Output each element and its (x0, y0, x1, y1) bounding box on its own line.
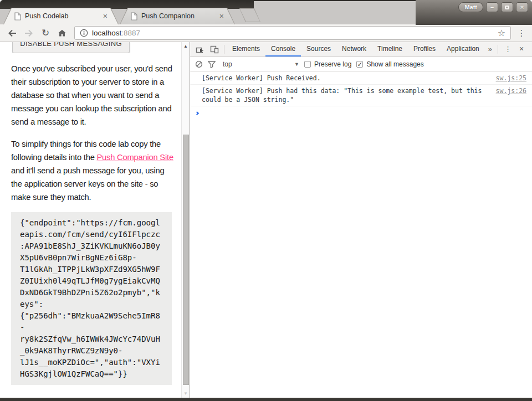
disable-push-messaging-button[interactable]: DISABLE PUSH MESSAGING (12, 42, 130, 53)
more-tabs-button[interactable]: » (485, 42, 495, 56)
address-bar[interactable]: localhost :8887 ☆ (74, 26, 511, 40)
devtools-menu-button[interactable]: ⋮ (500, 42, 515, 56)
maximize-button[interactable] (501, 2, 513, 12)
title-bar: Matt – × Push Codelab × (0, 0, 532, 24)
toolbar-separator (498, 45, 498, 54)
subscription-json-code-block: {"endpoint":"https://fcm.googl eapis.com… (11, 212, 172, 385)
preserve-log-label: Preserve log (314, 60, 351, 68)
tab-push-companion[interactable]: Push Companion × (120, 8, 235, 24)
console-message-row: [Service Worker] Push had this data: "Th… (190, 85, 532, 106)
tab-push-codelab[interactable]: Push Codelab × (3, 8, 119, 24)
maximize-icon (505, 6, 509, 9)
checkmark-icon: ✓ (357, 61, 362, 67)
show-all-messages-checkbox[interactable]: ✓ (356, 61, 363, 68)
filter-button[interactable] (208, 61, 216, 68)
console-message-text: [Service Worker] Push Received. (202, 74, 489, 83)
inspect-element-button[interactable] (193, 42, 207, 56)
back-icon (7, 28, 17, 38)
tab-profiles[interactable]: Profiles (408, 42, 441, 56)
push-companion-site-link[interactable]: Push Companion Site (96, 153, 173, 162)
tab-strip: Push Codelab × Push Companion × (3, 8, 260, 24)
paragraph-text: and it'll send a push message for you, u… (11, 166, 164, 202)
console-toolbar: top ▼ Preserve log ✓ Show all messages (190, 57, 532, 72)
paragraph-subscription: Once you've subscribed your user, you'd … (11, 62, 177, 128)
devtools-close-button[interactable]: × (515, 42, 529, 56)
console-prompt[interactable] (190, 106, 532, 117)
navigation-toolbar: ↻ localhost :8887 ☆ ⋮ (0, 24, 532, 42)
new-tab-button[interactable] (239, 8, 260, 22)
url-port: :8887 (121, 29, 140, 37)
devtools-toolbar: Elements Console Sources Network Timelin… (190, 42, 532, 57)
tab-sources[interactable]: Sources (301, 42, 336, 56)
tab-title: Push Companion (141, 12, 216, 20)
paragraph-companion: To simplify things for this code lab cop… (11, 137, 177, 204)
tab-close-icon[interactable]: × (103, 12, 108, 20)
clipped-button-region: DISABLE PUSH MESSAGING (12, 42, 131, 53)
browser-menu-button[interactable]: ⋮ (515, 28, 528, 38)
profile-badge[interactable]: Matt (458, 2, 483, 12)
tab-network[interactable]: Network (336, 42, 372, 56)
back-button[interactable] (4, 26, 20, 40)
clear-console-icon (195, 60, 203, 68)
devtools-panel: Elements Console Sources Network Timelin… (190, 42, 532, 398)
device-toolbar-button[interactable] (207, 42, 222, 56)
browser-window: Matt – × Push Codelab × (0, 0, 532, 401)
scrollbar-thumb[interactable] (183, 135, 189, 385)
forward-icon (24, 28, 34, 38)
device-icon (210, 45, 219, 54)
tab-application[interactable]: Application (441, 42, 485, 56)
console-source-link[interactable]: sw.js:25 (496, 74, 526, 83)
url-host: localhost (92, 29, 121, 37)
scroll-down-arrow-icon[interactable]: ▼ (182, 391, 190, 396)
reload-button[interactable]: ↻ (38, 26, 53, 40)
toolbar-separator (224, 45, 224, 54)
home-icon (57, 28, 67, 38)
tab-timeline[interactable]: Timeline (372, 42, 408, 56)
inspect-icon (196, 45, 204, 54)
preserve-log-checkbox[interactable] (304, 61, 311, 68)
chevron-down-icon: ▼ (294, 61, 299, 67)
console-message-row: [Service Worker] Push Received. sw.js:25 (190, 72, 532, 85)
execution-context-selector[interactable]: top ▼ (223, 60, 299, 68)
tab-title: Push Codelab (25, 12, 99, 20)
tab-elements[interactable]: Elements (227, 42, 265, 56)
info-icon[interactable] (80, 29, 88, 37)
show-all-messages-label: Show all messages (366, 60, 423, 68)
console-message-text: [Service Worker] Push had this data: "Th… (202, 86, 489, 104)
page-icon (14, 12, 21, 20)
clear-console-button[interactable] (195, 60, 203, 68)
console-output[interactable]: [Service Worker] Push Received. sw.js:25… (190, 72, 532, 398)
minimize-icon: – (490, 4, 494, 11)
forward-button[interactable] (21, 26, 37, 40)
close-icon: × (520, 4, 524, 11)
window-frame-bottom (0, 398, 532, 401)
scroll-up-arrow-icon[interactable]: ▲ (182, 44, 190, 49)
tab-close-icon[interactable]: × (219, 12, 224, 20)
reload-icon: ↻ (42, 27, 49, 39)
page-pane: DISABLE PUSH MESSAGING Once you've subsc… (0, 42, 190, 398)
close-button[interactable]: × (516, 2, 528, 12)
console-prompt-chevron-icon (195, 111, 199, 115)
minimize-button[interactable]: – (486, 2, 498, 12)
home-button[interactable] (54, 26, 70, 40)
page-scrollbar[interactable]: ▲ ▼ (181, 42, 190, 398)
tab-console[interactable]: Console (265, 42, 301, 56)
bookmark-star-icon[interactable]: ☆ (498, 28, 505, 38)
page-icon (131, 12, 137, 20)
filter-funnel-icon (208, 61, 216, 68)
context-label: top (223, 60, 294, 68)
console-source-link[interactable]: sw.js:26 (496, 86, 526, 95)
